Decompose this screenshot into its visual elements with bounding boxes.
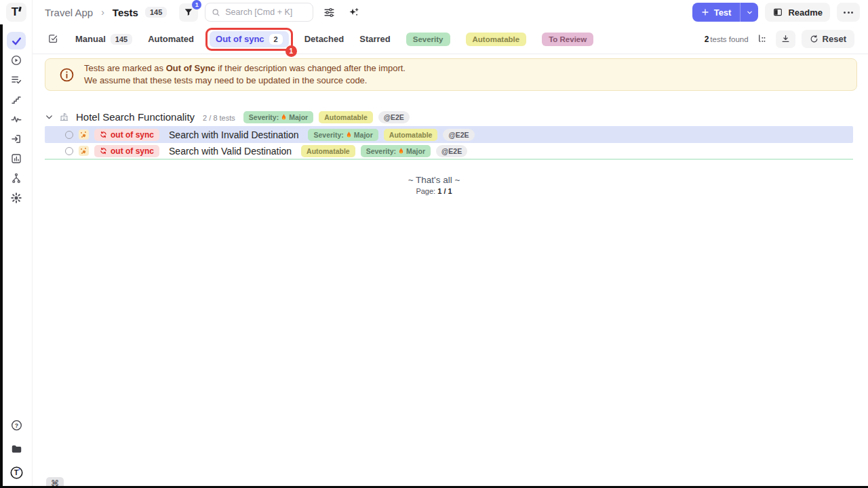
pagination-info: Page: 1 / 1 bbox=[0, 187, 868, 195]
sync-arrows-icon bbox=[100, 147, 107, 155]
suite-badge-tag: @E2E bbox=[378, 111, 410, 123]
sync-arrows-icon bbox=[100, 131, 107, 138]
filter-button[interactable]: 1 bbox=[179, 3, 198, 22]
test-row[interactable]: out of sync Search with Invalid Destinat… bbox=[45, 126, 853, 143]
ai-assist-button[interactable] bbox=[344, 3, 362, 21]
suite-building-icon bbox=[59, 112, 69, 122]
test-badge-severity: Severity: Major bbox=[361, 145, 431, 157]
tab-detached-label: Detached bbox=[304, 34, 344, 44]
new-test-button[interactable]: Test bbox=[692, 3, 741, 22]
out-of-sync-banner: Tests are marked as Out of Sync if their… bbox=[45, 58, 857, 91]
results-count-number: 2 bbox=[705, 35, 709, 44]
new-test-dropdown-button[interactable] bbox=[741, 3, 758, 22]
test-row[interactable]: out of sync Search with Valid Destinatio… bbox=[45, 143, 853, 160]
tab-out-of-sync-label: Out of sync bbox=[216, 34, 264, 44]
breadcrumb-project[interactable]: Travel App bbox=[45, 7, 93, 18]
import-box-icon bbox=[10, 133, 22, 145]
filter-pill-automatable[interactable]: Automatable bbox=[466, 33, 527, 46]
out-of-sync-label: out of sync bbox=[111, 146, 154, 156]
sync-burst-icon bbox=[79, 146, 89, 156]
gear-icon bbox=[10, 192, 22, 204]
select-all-icon bbox=[47, 33, 59, 45]
readme-label: Readme bbox=[788, 7, 823, 18]
out-of-sync-label: out of sync bbox=[111, 130, 154, 140]
refresh-icon bbox=[810, 35, 818, 43]
view-settings-button[interactable] bbox=[320, 3, 338, 21]
export-button[interactable] bbox=[776, 30, 795, 48]
results-count-label: tests found bbox=[710, 35, 748, 43]
suite-row: Hotel Search Functionality 2 / 8 tests S… bbox=[45, 109, 853, 125]
sidebar-item-plans[interactable] bbox=[7, 71, 26, 89]
sidebar-item-branches[interactable] bbox=[7, 169, 26, 187]
brand-circle-icon: T bbox=[9, 466, 24, 480]
readme-button[interactable]: Readme bbox=[765, 3, 830, 22]
folder-icon bbox=[10, 443, 23, 455]
breadcrumb-section[interactable]: Tests bbox=[113, 7, 138, 18]
test-badge-severity: Severity: Major bbox=[308, 129, 378, 141]
tab-out-of-sync[interactable]: Out of sync 2 bbox=[210, 31, 289, 47]
brand-button[interactable]: T bbox=[7, 464, 26, 481]
docs-button[interactable] bbox=[7, 440, 26, 458]
suite-title[interactable]: Hotel Search Functionality bbox=[76, 111, 195, 123]
tune-sliders-icon bbox=[323, 7, 335, 18]
tab-automated[interactable]: Automated bbox=[148, 34, 194, 44]
list-check-icon bbox=[10, 74, 22, 86]
tab-out-of-sync-count: 2 bbox=[269, 34, 283, 45]
help-button[interactable]: ? bbox=[7, 416, 26, 434]
filter-pill-severity[interactable]: Severity bbox=[406, 33, 450, 46]
end-of-list-message: ~ That's all ~ bbox=[0, 175, 868, 185]
test-badge-tag: @E2E bbox=[436, 145, 467, 157]
chevron-down-icon bbox=[746, 9, 753, 16]
tree-structure-icon bbox=[757, 34, 767, 44]
reset-button[interactable]: Reset bbox=[802, 30, 854, 48]
collapse-chevron-icon[interactable] bbox=[45, 113, 54, 121]
banner-text: Tests are marked as Out of Sync if their… bbox=[84, 62, 406, 87]
sidebar-item-import[interactable] bbox=[7, 130, 26, 148]
test-title[interactable]: Search with Invalid Destination bbox=[169, 129, 298, 140]
search-box bbox=[205, 3, 313, 22]
test-title[interactable]: Search with Valid Destination bbox=[169, 146, 292, 157]
breadcrumb-separator: › bbox=[101, 7, 104, 18]
page-label: Page: bbox=[416, 187, 435, 195]
filter-bar-right: 2tests found Reset bbox=[705, 30, 854, 48]
tree-view-button[interactable] bbox=[755, 30, 770, 48]
tab-detached[interactable]: Detached bbox=[304, 34, 344, 44]
tab-starred[interactable]: Starred bbox=[359, 34, 391, 44]
filter-count-badge: 1 bbox=[192, 0, 201, 9]
results-count: 2tests found bbox=[705, 35, 749, 44]
sidebar-item-analytics[interactable] bbox=[7, 110, 26, 128]
radio-select-icon[interactable] bbox=[65, 131, 73, 139]
new-test-label: Test bbox=[714, 7, 732, 18]
app-logo-letter: T bbox=[12, 5, 18, 19]
sidebar-item-settings[interactable] bbox=[7, 189, 26, 207]
radio-select-icon[interactable] bbox=[65, 147, 73, 155]
top-header: Travel App › Tests 145 1 Test bbox=[33, 0, 868, 24]
new-test-split-button: Test bbox=[692, 3, 759, 22]
sidebar-item-steps[interactable] bbox=[7, 91, 26, 108]
page-value: 1 / 1 bbox=[437, 187, 452, 195]
flame-icon bbox=[281, 113, 287, 121]
readme-book-icon bbox=[772, 7, 783, 18]
bar-chart-icon bbox=[10, 152, 22, 165]
suite-badge-automatable: Automatable bbox=[319, 111, 373, 123]
ai-sparkles-icon bbox=[348, 7, 359, 18]
tab-automated-label: Automated bbox=[148, 34, 194, 44]
sidebar-item-reports[interactable] bbox=[7, 150, 26, 167]
app-logo[interactable]: T bbox=[6, 3, 26, 22]
annotation-box: Out of sync 2 1 bbox=[205, 28, 293, 51]
funnel-icon bbox=[184, 7, 193, 17]
git-branch-icon bbox=[10, 172, 22, 184]
banner-bold-term: Out of Sync bbox=[166, 63, 216, 73]
tests-count-badge: 145 bbox=[145, 7, 167, 18]
tab-manual[interactable]: Manual 145 bbox=[75, 34, 132, 45]
sidebar-item-runs[interactable] bbox=[7, 52, 26, 69]
more-actions-button[interactable] bbox=[837, 3, 860, 22]
tab-manual-count: 145 bbox=[111, 34, 132, 45]
sidebar-item-tests[interactable] bbox=[7, 32, 26, 49]
flame-icon bbox=[398, 147, 404, 155]
search-input[interactable] bbox=[225, 7, 307, 17]
app-window: T bbox=[0, 0, 868, 488]
filter-pill-to-review[interactable]: To Review bbox=[542, 33, 593, 46]
bulk-select-button[interactable] bbox=[46, 30, 60, 48]
info-icon bbox=[59, 67, 75, 83]
